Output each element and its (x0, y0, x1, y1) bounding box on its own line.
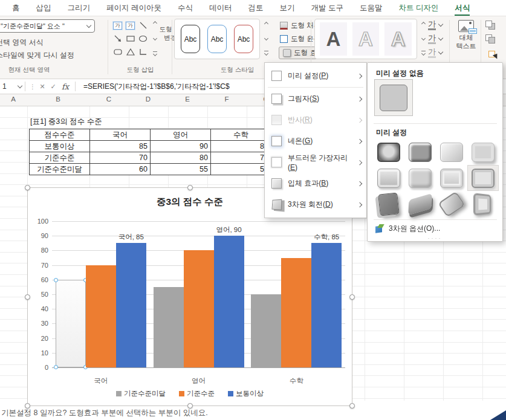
table-header-cell[interactable]: 점수수준 (30, 129, 90, 141)
preset-bevel-slope[interactable] (467, 165, 499, 191)
tab-홈[interactable]: 홈 (12, 0, 20, 16)
threed-options-item[interactable]: 3차원 옵션(O)... (375, 224, 440, 234)
column-header-A[interactable]: A (11, 95, 16, 103)
preset-bevel-divot[interactable] (373, 191, 404, 217)
tab-보기[interactable]: 보기 (279, 0, 294, 16)
scroll-up-icon[interactable] (421, 22, 425, 26)
preset-bevel-hard-edge[interactable] (436, 191, 467, 217)
tab-그리기[interactable]: 그리기 (68, 0, 91, 16)
reset-to-match-style-button[interactable]: 스타일에 맞게 다시 설정 (0, 50, 74, 60)
text-effects-button[interactable]: 가 (428, 48, 443, 58)
formula-bar-grip[interactable]: ⋮ (30, 83, 36, 90)
column-header-E[interactable]: E (185, 95, 190, 103)
preset-bevel-riblet[interactable] (404, 191, 436, 217)
elbow-shape-icon[interactable] (137, 45, 149, 59)
scroll-up-icon[interactable] (264, 22, 268, 26)
menu-item-3차원 회전[interactable]: 3차원 회전(D) (265, 194, 366, 215)
table-cell[interactable]: 70 (90, 152, 151, 164)
bar-보통이상-수학[interactable] (311, 243, 342, 367)
bring-forward-button[interactable] (485, 21, 496, 30)
menu-resize-grip[interactable]: ···· (368, 235, 502, 241)
rounded-rectangle-shape-icon[interactable] (111, 45, 124, 59)
table-cell[interactable]: 80 (151, 152, 211, 164)
chart-element-combo[interactable]: "기준수준미달" 요소 " (0, 19, 95, 33)
alt-text-button[interactable]: 대체 텍스트 (452, 20, 480, 50)
vertical-textbox-icon[interactable]: 가 (124, 19, 137, 32)
tab-개발 도구[interactable]: 개발 도구 (311, 0, 343, 16)
scroll-up-icon[interactable] (153, 21, 157, 25)
menu-item-네온[interactable]: 네온(G) (265, 131, 366, 152)
table-cell[interactable]: 85 (90, 141, 151, 152)
text-outline-button[interactable]: 가 (428, 34, 443, 44)
bar-기준수준-국어[interactable] (86, 265, 116, 367)
category-label[interactable]: 국어 (94, 376, 108, 386)
menu-item-그림자[interactable]: 그림자(S) (265, 88, 366, 109)
tab-도움말[interactable]: 도움말 (360, 0, 383, 16)
column-header-F[interactable]: F (224, 95, 229, 103)
table-header-cell[interactable]: 국어 (90, 129, 151, 141)
preset-bevel-convex[interactable] (436, 165, 467, 191)
table-row-label[interactable]: 기준수준 (30, 152, 90, 164)
name-box[interactable]: 1 (0, 82, 18, 91)
preset-bevel-circle[interactable] (373, 139, 404, 165)
bar-기준수준미달-수학[interactable] (251, 294, 281, 367)
line-shape-icon[interactable] (137, 19, 149, 32)
no-preset-option[interactable] (374, 79, 413, 116)
point-selection-handle[interactable] (54, 278, 58, 282)
shape-style-sample-3[interactable]: Abc (234, 25, 253, 53)
preset-bevel-angle[interactable] (373, 165, 404, 191)
send-backward-button[interactable] (485, 34, 496, 44)
chart-resize-handle-ml[interactable] (25, 294, 30, 300)
shape-style-scroll[interactable] (262, 21, 270, 56)
bar-보통이상-영어[interactable] (214, 236, 244, 367)
bar-기준수준-영어[interactable] (184, 250, 214, 367)
tab-서식[interactable]: 서식 (455, 0, 470, 16)
chart-object[interactable]: 중3의 점수 수준 국어, 85영어, 90수학, 85 기준수준미달기준수준보… (27, 187, 352, 406)
table-header-cell[interactable]: 영어 (151, 129, 211, 141)
table-cell[interactable]: 85 (211, 141, 271, 152)
table-cell[interactable]: 55 (151, 164, 211, 175)
tab-차트 디자인[interactable]: 차트 디자인 (398, 0, 438, 16)
chart-resize-handle-tm[interactable] (187, 185, 193, 190)
wordart-style-1[interactable]: A (320, 22, 347, 56)
chart-resize-handle-tl[interactable] (25, 185, 30, 190)
table-header-cell[interactable]: 수학 (211, 129, 271, 141)
scroll-down-icon[interactable] (153, 36, 157, 40)
chart-resize-handle-mr[interactable] (349, 294, 355, 300)
scroll-down-icon[interactable] (421, 36, 425, 40)
table-cell[interactable]: 75 (211, 152, 271, 164)
tab-페이지 레이아웃[interactable]: 페이지 레이아웃 (106, 0, 161, 16)
menu-item-부드러운 가장자리[interactable]: 부드러운 가장자리(E) (265, 152, 366, 173)
legend-item-기준수준미달[interactable]: 기준수준미달 (116, 389, 166, 398)
insert-function-icon[interactable]: fx (59, 82, 72, 91)
category-label[interactable]: 수학 (290, 376, 303, 386)
column-header-B[interactable]: B (56, 95, 60, 103)
selection-pane-button[interactable] (485, 48, 496, 58)
table-cell[interactable]: 90 (151, 141, 211, 152)
bar-보통이상-국어[interactable] (116, 243, 146, 367)
oval-shape-icon[interactable] (137, 32, 149, 45)
column-header-C[interactable]: C (106, 95, 111, 103)
chevron-down-icon[interactable] (18, 83, 22, 88)
category-label[interactable]: 영어 (192, 376, 206, 386)
gallery-more-icon[interactable] (153, 51, 157, 56)
text-fill-button[interactable]: 가 (428, 20, 443, 30)
wordart-style-3[interactable]: A (384, 22, 412, 56)
menu-item-입체 효과[interactable]: 입체 효과(B) (265, 173, 366, 194)
preset-bevel-art-deco[interactable] (467, 191, 499, 217)
data-label[interactable]: 국어, 85 (118, 233, 144, 242)
data-label[interactable]: 수학, 85 (314, 233, 339, 242)
cancel-icon[interactable]: ✕ (37, 83, 48, 91)
preset-bevel-soft-round[interactable] (404, 165, 436, 191)
bar-기준수준미달-국어[interactable] (56, 280, 86, 367)
formula-input[interactable]: =SERIES('기타작업-1'!$B$6,'기타작업-1'!$C$ (83, 82, 230, 92)
legend-item-기준수준[interactable]: 기준수준 (179, 389, 215, 398)
shape-style-sample-2[interactable]: Abc (207, 25, 227, 53)
enter-icon[interactable]: ✓ (48, 83, 59, 91)
horizontal-textbox-icon[interactable]: 가 (111, 19, 124, 32)
table-cell[interactable]: 50 (211, 164, 271, 175)
tab-수식[interactable]: 수식 (178, 0, 193, 16)
column-header-D[interactable]: D (146, 95, 151, 103)
scroll-down-icon[interactable] (264, 36, 268, 40)
gallery-more-icon[interactable] (264, 51, 268, 55)
